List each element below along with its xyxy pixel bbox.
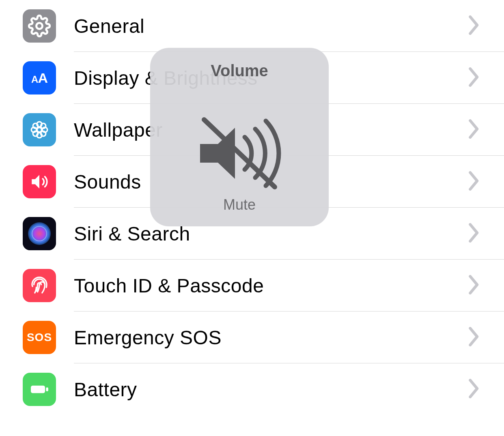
flower-icon: [23, 113, 56, 146]
settings-row-touchid[interactable]: Touch ID & Passcode: [0, 260, 504, 311]
volume-hud-title: Volume: [211, 62, 268, 80]
gear-icon: [23, 9, 56, 43]
settings-row-label: Emergency SOS: [74, 326, 467, 349]
settings-row-label: Battery: [74, 378, 467, 401]
chevron-right-icon: [467, 119, 481, 140]
svg-point-0: [37, 23, 43, 29]
svg-point-11: [28, 222, 51, 245]
fingerprint-icon: [23, 269, 56, 302]
settings-row-label: General: [74, 15, 467, 37]
svg-point-1: [37, 128, 42, 132]
settings-row-battery[interactable]: Battery: [0, 363, 504, 415]
volume-hud: Volume Mute: [150, 48, 329, 226]
speaker-icon: [23, 165, 56, 198]
chevron-right-icon: [467, 275, 481, 296]
chevron-right-icon: [467, 327, 481, 348]
chevron-right-icon: [467, 171, 481, 192]
chevron-right-icon: [467, 223, 481, 244]
siri-icon: [23, 217, 56, 250]
svg-rect-13: [31, 386, 45, 393]
svg-rect-14: [46, 387, 48, 391]
settings-row-sos[interactable]: SOS Emergency SOS: [0, 311, 504, 363]
volume-hud-subtitle: Mute: [223, 196, 256, 213]
settings-row-general[interactable]: General: [0, 0, 504, 52]
chevron-right-icon: [467, 15, 481, 37]
settings-row-label: Touch ID & Passcode: [74, 275, 467, 297]
sos-icon: SOS: [23, 321, 56, 354]
chevron-right-icon: [467, 67, 481, 88]
battery-icon: [23, 373, 56, 406]
chevron-right-icon: [467, 379, 481, 400]
text-size-icon: AA: [23, 61, 56, 95]
